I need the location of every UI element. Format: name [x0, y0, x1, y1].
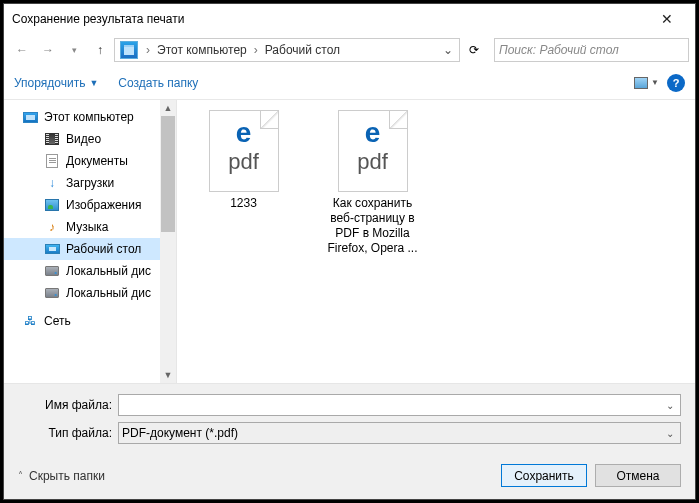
tree-item-pictures[interactable]: Изображения [4, 194, 176, 216]
file-list[interactable]: e pdf 1233 e pdf Как сохранить веб-стран… [177, 100, 695, 383]
filetype-dropdown-icon[interactable]: ⌄ [663, 428, 677, 439]
search-input[interactable]: Поиск: Рабочий стол [494, 38, 689, 62]
tree-item-downloads[interactable]: ↓ Загрузки [4, 172, 176, 194]
breadcrumb-pc[interactable]: Этот компьютер [155, 43, 249, 57]
tree-item-localdisk-2[interactable]: Локальный дис [4, 282, 176, 304]
filename-field[interactable]: ⌄ [118, 394, 681, 416]
file-item[interactable]: e pdf 1233 [191, 110, 296, 211]
document-icon [44, 153, 60, 169]
chevron-down-icon: ▼ [651, 78, 659, 87]
caret-up-icon: ˄ [18, 470, 23, 481]
video-icon [44, 131, 60, 147]
chevron-right-icon: › [249, 43, 263, 57]
pc-icon [22, 109, 38, 125]
body: Этот компьютер Видео Документы ↓ Загрузк… [4, 100, 695, 383]
navbar: ← → ▾ ↑ › Этот компьютер › Рабочий стол … [4, 34, 695, 66]
file-name: Как сохранить веб-страницу в PDF в Mozil… [323, 196, 423, 256]
refresh-button[interactable]: ⟳ [462, 38, 486, 62]
view-icon [634, 77, 648, 89]
new-folder-button[interactable]: Создать папку [118, 76, 198, 90]
back-button[interactable]: ← [10, 38, 34, 62]
tree-item-localdisk-1[interactable]: Локальный дис [4, 260, 176, 282]
tree-item-this-pc[interactable]: Этот компьютер [4, 106, 176, 128]
footer: ˄ Скрыть папки Сохранить Отмена [4, 454, 695, 499]
address-bar[interactable]: › Этот компьютер › Рабочий стол ⌄ [114, 38, 460, 62]
tree-item-desktop[interactable]: Рабочий стол [4, 238, 176, 260]
disk-icon [44, 263, 60, 279]
pictures-icon [44, 197, 60, 213]
file-name: 1233 [230, 196, 257, 211]
address-dropdown-icon[interactable]: ⌄ [443, 43, 453, 57]
pdf-file-icon: e pdf [338, 110, 408, 192]
hide-folders-button[interactable]: ˄ Скрыть папки [18, 469, 105, 483]
file-item[interactable]: e pdf Как сохранить веб-страницу в PDF в… [320, 110, 425, 256]
filename-dropdown-icon[interactable]: ⌄ [663, 400, 677, 411]
filename-input[interactable] [122, 398, 663, 412]
filetype-combo[interactable]: PDF-документ (*.pdf) ⌄ [118, 422, 681, 444]
cancel-button[interactable]: Отмена [595, 464, 681, 487]
folder-tree[interactable]: Этот компьютер Видео Документы ↓ Загрузк… [4, 100, 177, 383]
recent-dropdown[interactable]: ▾ [62, 38, 86, 62]
filetype-label: Тип файла: [18, 426, 112, 440]
breadcrumb-desktop[interactable]: Рабочий стол [263, 43, 342, 57]
view-options-button[interactable]: ▼ [634, 77, 659, 89]
pdf-file-icon: e pdf [209, 110, 279, 192]
window-title: Сохранение результата печати [12, 12, 647, 26]
save-dialog: Сохранение результата печати ✕ ← → ▾ ↑ ›… [3, 3, 696, 500]
form-area: Имя файла: ⌄ Тип файла: PDF-документ (*.… [4, 383, 695, 454]
scroll-thumb[interactable] [161, 116, 175, 367]
organize-menu[interactable]: Упорядочить ▼ [14, 76, 98, 90]
chevron-right-icon: › [141, 43, 155, 57]
filename-label: Имя файла: [18, 398, 112, 412]
disk-icon [44, 285, 60, 301]
pc-icon [120, 41, 138, 59]
music-icon: ♪ [44, 219, 60, 235]
tree-item-videos[interactable]: Видео [4, 128, 176, 150]
save-button[interactable]: Сохранить [501, 464, 587, 487]
scroll-up-icon[interactable]: ▲ [160, 100, 176, 116]
network-icon: 🖧 [22, 313, 38, 329]
toolbar: Упорядочить ▼ Создать папку ▼ ? [4, 66, 695, 100]
download-icon: ↓ [44, 175, 60, 191]
help-button[interactable]: ? [667, 74, 685, 92]
chevron-down-icon: ▼ [89, 78, 98, 88]
filetype-value: PDF-документ (*.pdf) [122, 426, 663, 440]
titlebar: Сохранение результата печати ✕ [4, 4, 695, 34]
close-button[interactable]: ✕ [647, 11, 687, 27]
tree-item-network[interactable]: 🖧 Сеть [4, 310, 176, 332]
tree-item-documents[interactable]: Документы [4, 150, 176, 172]
up-button[interactable]: ↑ [88, 38, 112, 62]
tree-item-music[interactable]: ♪ Музыка [4, 216, 176, 238]
scroll-down-icon[interactable]: ▼ [160, 367, 176, 383]
search-placeholder: Поиск: Рабочий стол [499, 43, 619, 57]
desktop-icon [44, 241, 60, 257]
forward-button: → [36, 38, 60, 62]
tree-scrollbar[interactable]: ▲ ▼ [160, 100, 176, 383]
